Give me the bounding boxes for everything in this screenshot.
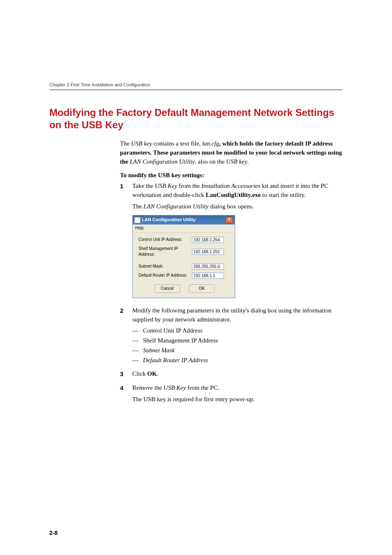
dash: — — [132, 336, 143, 345]
text: Click — [132, 370, 147, 377]
usb-key-term: USB Key — [155, 183, 178, 189]
lan-config-dialog: LAN Configuration Utility × Help Control… — [132, 215, 235, 298]
list-item: —Subnet Mask — [132, 346, 343, 355]
step-number: 4 — [120, 384, 132, 407]
dialog-body: Control Unit IP Address: Shelf Managemen… — [133, 233, 235, 298]
dash: — — [132, 326, 143, 335]
lan-config-utility-term: LAN Configuration Utility — [130, 158, 195, 165]
dialog-screenshot: LAN Configuration Utility × Help Control… — [132, 215, 343, 298]
app-icon — [134, 217, 141, 223]
list-item: —Default Router IP Address — [132, 356, 343, 365]
step-1-result: The LAN Configuration Utility dialog box… — [132, 202, 343, 211]
param-shelf-ip: Shelf Management IP Address — [143, 336, 218, 345]
header-rule — [49, 90, 343, 90]
step-number: 1 — [120, 182, 132, 304]
dialog-titlebar: LAN Configuration Utility × — [133, 215, 235, 224]
step-1-text: Take the USB Key from the Installation A… — [132, 182, 343, 200]
step-number: 3 — [120, 370, 132, 381]
close-icon[interactable]: × — [226, 217, 233, 223]
ok-button[interactable]: OK — [189, 284, 214, 293]
installation-accessories-term: Installation Accessories — [201, 183, 260, 189]
step-2-text: Modify the following parameters in the u… — [132, 306, 343, 324]
list-item: —Control Unit IP Address — [132, 326, 343, 335]
subnet-label: Subnet Mask: — [138, 264, 192, 270]
param-list: —Control Unit IP Address —Shelf Manageme… — [132, 326, 343, 365]
step-list: 1 Take the USB Key from the Installation… — [120, 182, 343, 407]
procedure-heading: To modify the USB key settings: — [120, 171, 343, 180]
text: The — [132, 203, 143, 210]
dash: — — [132, 356, 143, 365]
ok-label: OK — [147, 370, 157, 377]
text: dialog box opens. — [208, 203, 254, 210]
step-4: 4 Remove the USB Key from the PC. The US… — [120, 384, 343, 407]
control-ip-input[interactable] — [192, 237, 224, 243]
section-title: Modifying the Factory Default Management… — [49, 106, 343, 131]
text: contains a text file, — [152, 140, 202, 147]
list-item: —Shelf Management IP Address — [132, 336, 343, 345]
page-number: 2-8 — [49, 530, 58, 536]
shelf-ip-input[interactable] — [192, 249, 224, 255]
text: Take the — [132, 183, 155, 189]
usb-key-term: USB Key — [164, 384, 186, 391]
text: The — [120, 140, 131, 147]
step-4-text: Remove the USB Key from the PC. — [132, 384, 343, 393]
dialog-menu[interactable]: Help — [133, 224, 235, 233]
dialog-title-text: LAN Configuration Utility — [142, 217, 196, 223]
shelf-ip-label: Shelf Management IP Address: — [138, 246, 192, 258]
router-ip-label: Default Router IP Address: — [138, 273, 192, 279]
exe-name: LanConfigUtility.exe — [206, 192, 261, 198]
usb-key-term: USB key — [131, 140, 152, 147]
chapter-header: Chapter 2-First Time Installation and Co… — [49, 82, 343, 87]
lan-cfg-term: lan.cfg — [202, 140, 219, 147]
router-ip-input[interactable] — [192, 273, 224, 279]
step-3-text: Click OK. — [132, 370, 343, 379]
lan-config-utility-term: LAN Configuration Utility — [143, 203, 208, 210]
cancel-button[interactable]: Cancel — [154, 284, 180, 293]
usb-key-term: USB key — [226, 158, 247, 165]
param-router-ip: Default Router IP Address — [143, 356, 208, 365]
step-number: 2 — [120, 306, 132, 368]
subnet-input[interactable] — [192, 264, 224, 270]
control-ip-label: Control Unit IP Address: — [138, 237, 192, 243]
step-4-note: The USB key is required for first entry … — [132, 395, 343, 404]
text: Remove the — [132, 384, 164, 391]
param-subnet: Subnet Mask — [143, 346, 175, 355]
dash: — — [132, 346, 143, 355]
step-3: 3 Click OK. — [120, 370, 343, 381]
text: . — [157, 370, 159, 377]
text: , also on the — [195, 158, 226, 165]
step-2: 2 Modify the following parameters in the… — [120, 306, 343, 368]
intro-paragraph: The USB key contains a text file, lan.cf… — [120, 139, 343, 166]
text: to start the utility. — [261, 192, 305, 198]
text: from the PC. — [186, 384, 219, 391]
text: from the — [177, 183, 201, 189]
text: . — [247, 158, 249, 165]
param-control-ip: Control Unit IP Address — [143, 326, 203, 335]
step-1: 1 Take the USB Key from the Installation… — [120, 182, 343, 304]
